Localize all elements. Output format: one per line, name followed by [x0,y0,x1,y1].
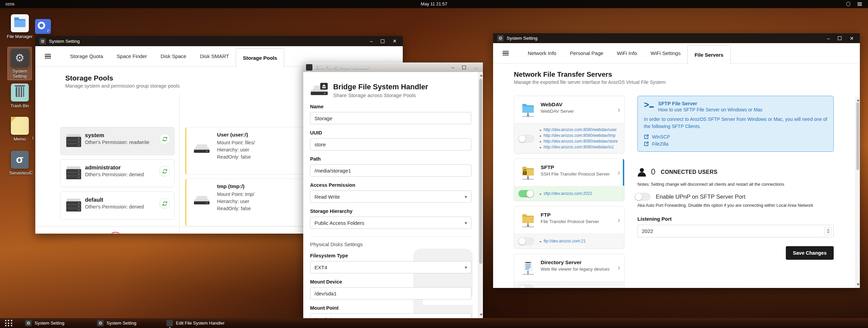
minimize-button[interactable]: – [827,36,830,41]
save-changes-button[interactable]: Save Changes [786,246,834,260]
maximize-button[interactable] [462,66,466,69]
ftp-toggle[interactable] [518,237,534,245]
menu-icon[interactable] [45,53,51,59]
task-edit-fs-handler[interactable]: Edit File System Handler [166,319,224,327]
scrollbar-thumb[interactable] [856,102,859,170]
power-ring-icon[interactable] [846,2,850,6]
number-spinner[interactable] [824,227,832,235]
mount-device-field[interactable] [310,287,471,299]
hard-drive-icon [193,195,210,206]
menu-icon[interactable] [503,50,509,56]
minimize-button[interactable]: – [451,65,454,70]
pool-card-default[interactable]: default Other's Permission: denied [60,192,175,220]
directory-toggle[interactable] [518,285,534,288]
webdav-url[interactable]: http://dev.arozos.com:8080/webdav/user [544,127,617,132]
mount-point-field[interactable] [310,313,471,318]
pool-card-administrator[interactable]: administrator Other's Permission: denied [60,159,175,187]
win3-titlebar[interactable]: ⚙ System Setting – ✕ [493,33,860,43]
hard-drive-icon [193,144,210,154]
scrollbar[interactable] [478,72,483,318]
minimize-button[interactable]: – [370,38,373,44]
storage-hierarchy-select[interactable]: Public Access Folders ▾ [310,217,471,229]
tab-personal-page[interactable]: Personal Page [563,43,610,63]
webdav-url[interactable]: http://dev.arozos.com:8080/webdav/store [544,139,618,144]
tab-disk-space[interactable]: Disk Space [154,46,193,67]
tab-space-finder[interactable]: Space Finder [110,46,154,67]
scroll-down-icon[interactable] [480,314,483,316]
desktop-icon-media[interactable]: ♪ [27,19,43,34]
winscp-link[interactable]: WinSCP [644,134,827,140]
pool-refresh-button[interactable] [159,198,170,209]
tab-network-info[interactable]: Network Info [521,43,563,63]
sftp-footer: ▸sftp://dev.arozos.com:2022 [514,186,624,201]
occluded-icon-label-2: C [30,170,33,175]
desktop-icon-trash-bin[interactable]: Trash Bin [4,84,35,108]
server-card-directory[interactable]: Directory Server Web file viewer for leg… [514,254,625,288]
topbar-menu-icon[interactable] [857,2,862,6]
bridge-drive-icon [310,83,328,97]
filesystem-type-select[interactable]: EXT4 ▾ [310,261,471,273]
upnp-toggle[interactable] [635,193,650,201]
scroll-up-icon[interactable] [857,99,860,101]
name-field[interactable] [310,112,471,124]
win1-titlebar[interactable]: ⚙ System Setting – ✕ [35,36,403,46]
chevron-right-icon[interactable]: › [618,106,620,114]
memo-icon [11,117,29,135]
close-button[interactable]: ✕ [474,65,478,70]
sftp-toggle[interactable] [518,190,534,198]
server-card-sftp[interactable]: SFTP SSH File Transfer Protocol Server ›… [514,159,625,201]
tab-wifi-info[interactable]: WiFi Info [610,43,644,63]
webdav-folder-icon [520,102,536,117]
file-manager-icon [11,14,29,32]
scroll-down-icon[interactable] [857,284,860,286]
chevron-right-icon[interactable]: › [618,168,620,177]
window-edit-fs-handler: Edit File System Handler – ✕ Bridge File… [303,62,483,318]
tab-wifi-settings[interactable]: WiFi Settings [644,43,687,63]
server-card-webdav[interactable]: WebDAV WebDAV Server › ▸http://dev.arozo… [514,96,625,154]
chevron-right-icon[interactable]: › [618,216,620,225]
filezilla-link[interactable]: FileZilla [644,141,827,147]
close-button[interactable]: ✕ [850,36,854,41]
chevron-down-icon: ▾ [465,194,467,199]
edit-titlebar[interactable]: Edit File System Handler – ✕ [303,62,483,72]
pool-card-system[interactable]: system Other's Permission: readwrite [60,127,175,155]
refresh-pools-button[interactable] [108,232,123,233]
sftp-url[interactable]: sftp://dev.arozos.com:2022 [544,191,592,196]
close-button[interactable]: ✕ [393,38,397,44]
maximize-button[interactable] [838,36,842,40]
sftp-info-box: > SFTP File Server How to use SFTP File … [637,96,834,152]
server-rack-icon [66,133,82,148]
app-launcher-icon[interactable] [5,320,13,327]
access-permission-select[interactable]: Read Write ▾ [310,190,471,203]
desktop-icon-memo[interactable]: Memo [4,117,35,142]
webdav-url[interactable]: http://dev.arozos.com:8080/webdav/tmp [544,133,616,138]
name-label: Name [310,104,471,109]
listening-port-field[interactable] [637,225,834,237]
tab-storage-quota[interactable]: Storage Quota [63,46,110,67]
chevron-right-icon[interactable]: › [618,263,620,272]
scroll-up-icon[interactable] [480,74,483,76]
path-field[interactable] [310,164,471,177]
pool-refresh-button[interactable] [159,133,170,144]
uuid-field[interactable] [310,138,471,150]
desktop-icon-system-setting[interactable]: ⚙ System Setting [4,49,35,79]
tab-storage-pools[interactable]: Storage Pools [236,48,284,67]
terminal-icon: > [644,101,654,110]
webdav-url[interactable]: http://dev.arozos.com:8080/webdav/is1 [544,145,614,149]
pool-refresh-button[interactable] [159,166,170,177]
scrollbar[interactable] [855,97,860,288]
ftp-url[interactable]: ftp://dev.arozos.com:21 [544,239,586,243]
edit-body: Bridge File System Handler Share Storage… [303,72,483,318]
edit-title: Edit File System Handler [315,65,368,70]
task-system-setting-1[interactable]: ⚙ System Setting [25,319,64,327]
tab-disk-smart[interactable]: Disk SMART [193,46,236,67]
server-list: WebDAV WebDAV Server › ▸http://dev.arozo… [514,96,625,288]
section-divider [310,236,471,237]
column-divider [179,94,180,233]
maximize-button[interactable] [381,39,384,43]
server-card-ftp[interactable]: FTP File Transfer Protocol Server › ▸ftp… [514,206,625,249]
webdav-toggle[interactable] [518,135,534,143]
tab-file-servers[interactable]: File Servers [687,45,730,64]
scrollbar-thumb[interactable] [479,79,482,264]
task-system-setting-2[interactable]: ⚙ System Setting [97,319,136,327]
